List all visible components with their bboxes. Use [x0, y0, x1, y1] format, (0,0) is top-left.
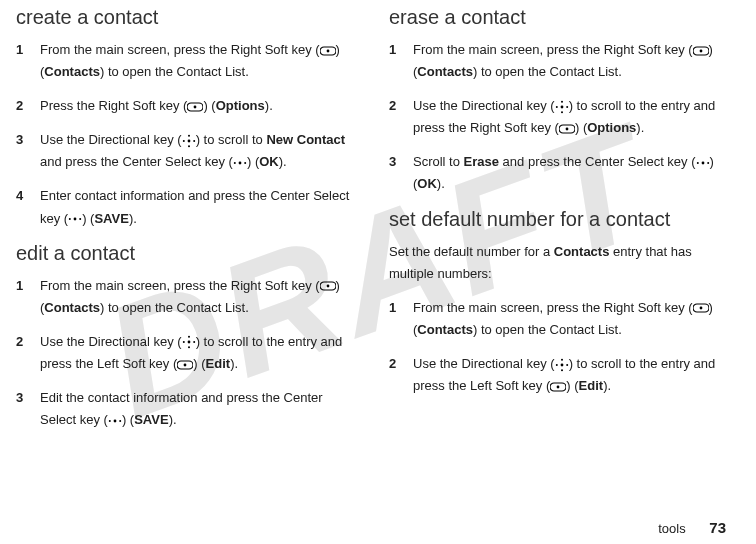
text: ) to open the Contact List. [100, 300, 249, 315]
step-number: 1 [16, 39, 40, 61]
step: 1 From the main screen, press the Right … [16, 275, 353, 319]
label-erase: Erase [464, 154, 499, 169]
step-number: 1 [16, 275, 40, 297]
text: ) ( [247, 154, 259, 169]
text: ) ( [203, 98, 215, 113]
text: ). [437, 176, 445, 191]
step: 2 Use the Directional key () to scroll t… [16, 331, 353, 375]
softkey-icon [550, 380, 566, 394]
step-text: Use the Directional key () to scroll to … [40, 331, 353, 375]
directional-key-icon [182, 134, 196, 148]
center-select-icon [696, 156, 710, 170]
label-edit: Edit [579, 378, 604, 393]
step-number: 4 [16, 185, 40, 207]
softkey-icon [177, 358, 193, 372]
step-number: 3 [16, 129, 40, 151]
step-text: Enter contact information and press the … [40, 185, 353, 229]
section-label: tools [658, 521, 685, 536]
label-new-contact: New Contact [266, 132, 345, 147]
text: Use the Directional key ( [40, 132, 182, 147]
text: Set the default number for a [389, 244, 554, 259]
label-edit: Edit [206, 356, 231, 371]
label-options: Options [216, 98, 265, 113]
step-number: 2 [16, 95, 40, 117]
softkey-icon [693, 301, 709, 315]
softkey-icon [320, 44, 336, 58]
text: and press the Center Select key ( [40, 154, 233, 169]
step-text: Edit the contact information and press t… [40, 387, 353, 431]
center-select-icon [233, 156, 247, 170]
step-number: 3 [389, 151, 413, 173]
text: ). [129, 211, 137, 226]
text: and press the Center Select key ( [499, 154, 696, 169]
step-number: 2 [389, 353, 413, 375]
step-text: From the main screen, press the Right So… [413, 297, 726, 341]
text: ) ( [122, 412, 134, 427]
step-text: Use the Directional key () to scroll to … [413, 95, 726, 139]
step-number: 2 [16, 331, 40, 353]
label-contacts: Contacts [417, 322, 473, 337]
directional-key-icon [555, 100, 569, 114]
text: ). [169, 412, 177, 427]
text: ). [279, 154, 287, 169]
text: ) ( [575, 120, 587, 135]
step-text: From the main screen, press the Right So… [413, 39, 726, 83]
label-options: Options [587, 120, 636, 135]
step: 1 From the main screen, press the Right … [389, 39, 726, 83]
text: From the main screen, press the Right So… [40, 42, 320, 57]
directional-key-icon [182, 335, 196, 349]
label-contacts: Contacts [44, 64, 100, 79]
heading-set-default-number: set default number for a contact [389, 208, 726, 231]
step: 1 From the main screen, press the Right … [16, 39, 353, 83]
label-contacts: Contacts [417, 64, 473, 79]
center-select-icon [68, 212, 82, 226]
step-number: 1 [389, 39, 413, 61]
text: ) ( [82, 211, 94, 226]
step-text: Use the Directional key () to scroll to … [413, 353, 726, 397]
text: From the main screen, press the Right So… [413, 42, 693, 57]
right-column: erase a contact 1 From the main screen, … [389, 6, 726, 443]
text: Use the Directional key ( [413, 356, 555, 371]
text: Scroll to [413, 154, 464, 169]
step: 2 Press the Right Soft key () (Options). [16, 95, 353, 117]
step-text: From the main screen, press the Right So… [40, 39, 353, 83]
step: 1 From the main screen, press the Right … [389, 297, 726, 341]
text: ). [603, 378, 611, 393]
text: ). [636, 120, 644, 135]
center-select-icon [108, 414, 122, 428]
intro-text: Set the default number for a Contacts en… [389, 241, 726, 285]
text: ) to open the Contact List. [473, 64, 622, 79]
softkey-icon [320, 279, 336, 293]
label-save: SAVE [94, 211, 128, 226]
step-text: Scroll to Erase and press the Center Sel… [413, 151, 726, 195]
text: Use the Directional key ( [413, 98, 555, 113]
text: Press the Right Soft key ( [40, 98, 187, 113]
label-ok: OK [259, 154, 279, 169]
label-contacts: Contacts [44, 300, 100, 315]
step: 3 Scroll to Erase and press the Center S… [389, 151, 726, 195]
text: ) to scroll to [196, 132, 267, 147]
text: ). [230, 356, 238, 371]
step: 2 Use the Directional key () to scroll t… [389, 95, 726, 139]
step-text: Use the Directional key () to scroll to … [40, 129, 353, 173]
page-footer: tools 73 [658, 519, 726, 536]
text: Edit the contact information and press t… [40, 390, 323, 427]
step: 3 Edit the contact information and press… [16, 387, 353, 431]
step-number: 2 [389, 95, 413, 117]
step-text: Press the Right Soft key () (Options). [40, 95, 353, 117]
text: ). [265, 98, 273, 113]
text: ) ( [193, 356, 205, 371]
text: ) ( [566, 378, 578, 393]
text: From the main screen, press the Right So… [40, 278, 320, 293]
softkey-icon [559, 122, 575, 136]
label-ok: OK [417, 176, 437, 191]
directional-key-icon [555, 358, 569, 372]
step-number: 1 [389, 297, 413, 319]
text: Use the Directional key ( [40, 334, 182, 349]
heading-erase-contact: erase a contact [389, 6, 726, 29]
step-number: 3 [16, 387, 40, 409]
text: ) to open the Contact List. [473, 322, 622, 337]
left-column: create a contact 1 From the main screen,… [16, 6, 353, 443]
softkey-icon [693, 44, 709, 58]
heading-create-contact: create a contact [16, 6, 353, 29]
